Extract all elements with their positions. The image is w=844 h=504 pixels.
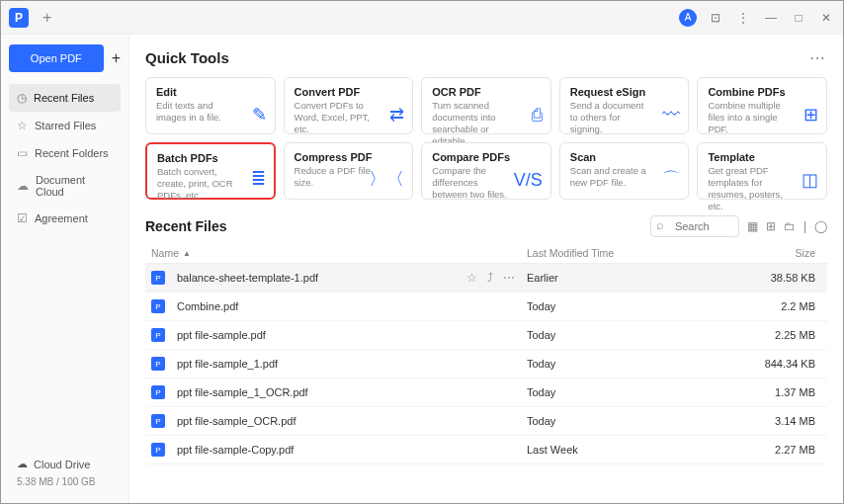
column-modified[interactable]: Last Modified Time	[527, 247, 734, 259]
file-name: balance-sheet-template-1.pdf	[177, 272, 318, 284]
file-name: ppt file-sample.pdf	[177, 329, 266, 341]
table-row[interactable]: Pppt file-sample-Copy.pdfLast Week2.27 M…	[145, 436, 827, 464]
card-title: Combine PDFs	[708, 86, 816, 98]
main-content: Quick Tools ⋯ EditEdit texts and images …	[129, 35, 843, 503]
card-icon: ✎	[252, 104, 267, 126]
table-row[interactable]: PCombine.pdfToday2.2 MB	[145, 293, 827, 321]
file-name: ppt file-sample-Copy.pdf	[177, 444, 294, 456]
card-title: Scan	[570, 151, 679, 163]
table-row[interactable]: Pbalance-sheet-template-1.pdf☆⤴⋯Earlier3…	[145, 264, 827, 293]
nav-label: Starred Files	[35, 120, 96, 131]
maximize-button[interactable]: □	[790, 11, 807, 25]
tool-card-convert-pdf[interactable]: Convert PDFConvert PDFs to Word, Excel, …	[284, 77, 414, 134]
open-pdf-button[interactable]: Open PDF	[9, 44, 104, 72]
file-size: 2.2 MB	[734, 300, 821, 312]
column-size[interactable]: Size	[734, 247, 821, 259]
pdf-file-icon: P	[151, 299, 165, 313]
file-modified: Earlier	[527, 272, 734, 284]
kebab-menu-icon[interactable]: ⋮	[734, 11, 752, 25]
file-name: ppt file-sample_1.pdf	[177, 358, 278, 370]
feedback-icon[interactable]: ⊡	[707, 11, 724, 25]
file-size: 3.14 MB	[734, 415, 821, 427]
user-avatar[interactable]: A	[679, 9, 697, 27]
tool-card-template[interactable]: TemplateGet great PDF templates for resu…	[697, 142, 827, 200]
app-logo-icon: P	[9, 8, 29, 28]
file-modified: Today	[527, 358, 734, 370]
card-icon: ⎙	[532, 105, 543, 126]
sidebar-item-agreement[interactable]: ☑Agreement	[9, 205, 121, 232]
pdf-file-icon: P	[151, 328, 165, 342]
quick-tools-more-icon[interactable]: ⋯	[809, 48, 827, 67]
file-name: Combine.pdf	[177, 300, 238, 312]
sidebar-item-recent-files[interactable]: ◷Recent Files	[9, 84, 121, 112]
pdf-file-icon: P	[151, 414, 165, 428]
tool-card-scan[interactable]: ScanScan and create a new PDF file.⌒	[559, 142, 690, 200]
card-desc: Combine multiple files into a single PDF…	[708, 100, 816, 135]
search-input[interactable]	[650, 215, 739, 237]
pdf-file-icon: P	[151, 443, 165, 457]
minimize-button[interactable]: —	[762, 11, 780, 25]
file-size: 2.25 MB	[734, 329, 821, 341]
nav-label: Recent Folders	[35, 147, 109, 159]
refresh-icon[interactable]: ◯	[814, 219, 827, 233]
tool-card-request-esign[interactable]: Request eSignSend a document to others f…	[559, 77, 690, 134]
pdf-file-icon: P	[151, 271, 165, 285]
card-title: Template	[708, 151, 816, 163]
tool-card-ocr-pdf[interactable]: OCR PDFTurn scanned documents into searc…	[421, 77, 551, 134]
nav-icon: ☆	[17, 119, 28, 132]
file-size: 38.58 KB	[734, 272, 821, 284]
share-icon[interactable]: ⤴	[487, 271, 493, 285]
card-icon: 〉〈	[369, 167, 404, 191]
close-button[interactable]: ✕	[817, 11, 835, 25]
open-folder-icon[interactable]: 🗀	[784, 219, 796, 233]
view-grid-icon[interactable]: ⊞	[766, 219, 776, 233]
card-title: OCR PDF	[432, 86, 541, 98]
tool-card-compare-pdfs[interactable]: Compare PDFsCompare the differences betw…	[421, 142, 551, 200]
table-row[interactable]: Pppt file-sample_1.pdfToday844.34 KB	[145, 350, 827, 378]
new-tab-button[interactable]: +	[37, 9, 57, 27]
star-icon[interactable]: ☆	[466, 271, 477, 285]
column-name[interactable]: Name▲	[151, 247, 527, 259]
file-name: ppt file-sample_1_OCR.pdf	[177, 386, 308, 398]
pdf-file-icon: P	[151, 357, 165, 371]
cloud-icon: ☁	[17, 458, 28, 470]
tool-card-combine-pdfs[interactable]: Combine PDFsCombine multiple files into …	[697, 77, 827, 134]
card-icon: ◫	[802, 169, 818, 191]
card-icon: ⇄	[389, 104, 404, 126]
file-modified: Today	[527, 415, 734, 427]
card-desc: Get great PDF templates for resumes, pos…	[708, 165, 816, 212]
file-modified: Today	[527, 329, 734, 341]
divider: |	[803, 219, 806, 233]
sidebar-item-recent-folders[interactable]: ▭Recent Folders	[9, 139, 121, 167]
sort-asc-icon: ▲	[183, 249, 191, 258]
table-row[interactable]: Pppt file-sample_1_OCR.pdfToday1.37 MB	[145, 378, 827, 407]
file-modified: Today	[527, 300, 734, 312]
file-list: Pbalance-sheet-template-1.pdf☆⤴⋯Earlier3…	[145, 264, 827, 464]
sidebar-item-starred-files[interactable]: ☆Starred Files	[9, 112, 121, 139]
table-row[interactable]: Pppt file-sample_OCR.pdfToday3.14 MB	[145, 407, 827, 436]
pdf-file-icon: P	[151, 385, 165, 399]
card-desc: Convert PDFs to Word, Excel, PPT, etc.	[295, 100, 403, 135]
nav-label: Agreement	[35, 212, 88, 224]
row-more-icon[interactable]: ⋯	[503, 271, 515, 285]
view-list-icon[interactable]: ▦	[747, 219, 758, 233]
tool-card-compress-pdf[interactable]: Compress PDFReduce a PDF file size.〉〈	[284, 142, 414, 200]
card-title: Compress PDF	[295, 151, 403, 163]
file-modified: Today	[527, 386, 734, 398]
search-wrap	[650, 215, 739, 237]
sidebar-item-document-cloud[interactable]: ☁Document Cloud	[9, 167, 121, 205]
card-icon: ⊞	[803, 104, 818, 126]
table-row[interactable]: Pppt file-sample.pdfToday2.25 MB	[145, 321, 827, 350]
file-name: ppt file-sample_OCR.pdf	[177, 415, 295, 427]
create-pdf-button[interactable]: +	[112, 49, 121, 67]
titlebar: P + A ⊡ ⋮ — □ ✕	[1, 1, 843, 35]
card-icon: ⌒	[662, 167, 680, 191]
tool-card-batch-pdfs[interactable]: Batch PDFsBatch convert, create, print, …	[145, 142, 276, 200]
sidebar: Open PDF + ◷Recent Files☆Starred Files▭R…	[1, 35, 129, 503]
card-icon: 〰	[662, 105, 680, 126]
table-header: Name▲ Last Modified Time Size	[145, 243, 827, 264]
cloud-usage-text: 5.38 MB / 100 GB	[17, 476, 113, 487]
card-desc: Batch convert, create, print, OCR PDFs, …	[157, 166, 264, 202]
tool-card-edit[interactable]: EditEdit texts and images in a file.✎	[145, 77, 276, 134]
card-icon: V/S	[514, 170, 543, 191]
